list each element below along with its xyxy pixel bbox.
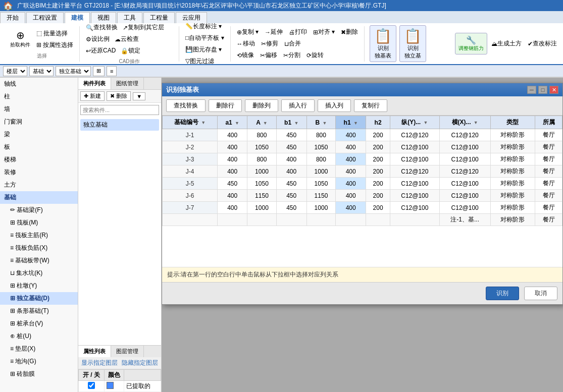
tab-tools[interactable]: 工具 — [117, 12, 142, 23]
sidebar-item-axis[interactable]: 轴线 — [0, 78, 78, 90]
dialog-btn-del-row[interactable]: 删除行 — [209, 99, 242, 112]
tree-item-isolated[interactable]: 独立基础 — [80, 119, 159, 131]
panel-more-btn[interactable]: ▼ — [133, 92, 145, 100]
btn-auto-level[interactable]: □ 自动平齐板 ▾ — [183, 33, 226, 43]
btn-prop-select[interactable]: ⊞ 按属性选择 — [34, 40, 75, 50]
btn-save-elem[interactable]: 💾 图元存盘 ▾ — [183, 44, 224, 55]
panel-delete-btn[interactable]: ✖ 删除 — [107, 91, 131, 101]
show-layer-btn[interactable]: 显示指定图层 — [81, 359, 118, 367]
save-elem-label: 图元存盘 ▾ — [193, 45, 222, 54]
sidebar-item-slab[interactable]: 板 — [0, 141, 78, 153]
data-table: 基础编号 ▼ a1 ▼ A ▼ — [162, 116, 562, 226]
tab-settings[interactable]: 工程设置 — [26, 12, 64, 23]
extend-icon: → — [265, 29, 271, 36]
hide-layer-btn[interactable]: 隐藏指定图层 — [122, 359, 158, 367]
btn-set-ratio[interactable]: ⚙ 设比例 — [84, 34, 112, 44]
dialog-btn-ins-col[interactable]: 插入列 — [318, 99, 351, 112]
sidebar-item-isolated[interactable]: ⊞ 独立基础(D) — [0, 292, 78, 305]
type-select[interactable]: 独立基础 — [56, 66, 91, 76]
sidebar-item-trench[interactable]: ≡ 地沟(G) — [0, 355, 78, 368]
btn-trim[interactable]: ✂ 修剪 — [259, 38, 280, 49]
btn-split[interactable]: ✂ 分割 — [281, 50, 302, 61]
btn-length-mark[interactable]: 📏 长度标注 ▾ — [183, 21, 224, 32]
sidebar-item-raft[interactable]: ⊞ 筏板(M) — [0, 216, 78, 229]
btn-restore-cad[interactable]: ↩ 还原CAD — [84, 45, 118, 56]
sidebar-item-wall[interactable]: 墙 — [0, 103, 78, 116]
sidebar-item-pile[interactable]: ⊕ 桩(U) — [0, 330, 78, 343]
dialog-btn-del-col[interactable]: 删除列 — [245, 99, 278, 112]
sidebar-item-pit[interactable]: ⊔ 集水坑(K) — [0, 267, 78, 279]
col-name — [124, 370, 161, 381]
btn-merge[interactable]: ⊔ 合并 — [282, 38, 303, 49]
bottom-tab-props[interactable]: 属性列表 — [78, 346, 111, 357]
sidebar-item-pile-cap[interactable]: ⊞ 桩承台(V) — [0, 317, 78, 330]
sidebar-item-col-base[interactable]: ⊞ 柱墩(Y) — [0, 279, 78, 292]
btn-check-standard[interactable]: ✔ 查改标注 — [526, 38, 559, 49]
btn-align2[interactable]: ⊞ 对齐 ▾ — [311, 27, 337, 37]
sidebar-item-door[interactable]: 门窗洞 — [0, 116, 78, 128]
sidebar-item-earth[interactable]: 土方 — [0, 179, 78, 191]
view-list-btn[interactable]: ≡ — [107, 66, 117, 76]
floor-select[interactable]: 楼层 — [3, 66, 27, 76]
search-input[interactable] — [80, 105, 159, 115]
btn-copy[interactable]: ⊕ 复制 ▾ — [235, 27, 261, 37]
layer-checkbox-extracted[interactable] — [88, 382, 95, 389]
btn-move[interactable]: ↔ 移动 — [235, 38, 257, 49]
btn-print[interactable]: 🖨 打印 — [287, 27, 309, 37]
restore-icon: ↩ — [86, 47, 91, 54]
steel-label: 调整钢筋力 — [458, 45, 484, 52]
sidebar-item-beam[interactable]: 梁 — [0, 128, 78, 141]
btn-identify-found[interactable]: 📋 识别独立基 — [399, 25, 426, 62]
confirm-btn[interactable]: 识别 — [486, 287, 519, 300]
btn-identify-table[interactable]: 📋 识别独基表 — [370, 25, 396, 62]
sidebar-item-pad[interactable]: ≡ 垫层(X) — [0, 343, 78, 355]
panel-new-btn[interactable]: ✚ 新建 — [80, 91, 105, 101]
btn-mirror[interactable]: ⟲ 镜像 — [235, 50, 256, 61]
btn-pick[interactable]: ⊕ 拾取构件 — [8, 29, 32, 49]
sidebar-item-strip[interactable]: ⊞ 条形基础(T) — [0, 305, 78, 317]
btn-find-replace[interactable]: 🔍 查找替换 — [84, 22, 120, 33]
layer-row-extracted: 已提取的 — [79, 381, 161, 392]
btn-delete[interactable]: ✖ 删除 — [339, 27, 360, 37]
dialog-close-btn[interactable]: ✕ — [549, 86, 558, 94]
btn-rotate[interactable]: ⟳ 旋转 — [304, 50, 326, 61]
btn-smart-steel[interactable]: 🔧 调整钢筋力 — [455, 33, 487, 54]
sidebar-item-finish[interactable]: 装修 — [0, 166, 78, 179]
earth-icon: ⛰ — [491, 40, 497, 47]
btn-earth[interactable]: ⛰ 生成土方 — [489, 38, 524, 49]
bottom-tab-layers[interactable]: 图层管理 — [111, 346, 144, 357]
tab-model[interactable]: 建模 — [65, 12, 90, 23]
dialog-btn-find[interactable]: 查找替换 — [166, 99, 206, 112]
sidebar-item-raft-main[interactable]: ≡ 筏板主筋(R) — [0, 229, 78, 242]
btn-cloud-check[interactable]: ☁ 云检查 — [113, 34, 141, 44]
category-select[interactable]: 基础 — [29, 66, 54, 76]
view-grid-btn[interactable]: ⊞ — [93, 66, 105, 76]
sidebar-item-beam-f[interactable]: ✏ 基础梁(F) — [0, 204, 78, 216]
sidebar-item-brick[interactable]: ⊞ 砖胎膜 — [0, 368, 78, 380]
sidebar-item-stair[interactable]: 楼梯 — [0, 153, 78, 166]
btn-copy-ref[interactable]: ↗ 复制到其它层 — [121, 22, 166, 33]
th-h2: h2 — [366, 116, 390, 129]
sidebar-item-foundation[interactable]: 基础 — [0, 191, 78, 204]
sort-arrow-id: ▼ — [201, 120, 206, 125]
tab-start[interactable]: 开始 — [0, 12, 25, 23]
dialog-btn-ins-row[interactable]: 插入行 — [281, 99, 315, 112]
dialog-minimize-btn[interactable]: ─ — [527, 86, 536, 94]
btn-extend[interactable]: → 延伸 — [263, 27, 285, 37]
sidebar-item-band[interactable]: ≡ 基础板带(W) — [0, 254, 78, 267]
cancel-btn[interactable]: 取消 — [524, 287, 557, 300]
btn-batch-select[interactable]: ⬚ 批量选择 — [34, 28, 75, 39]
tab-view[interactable]: 视图 — [91, 12, 116, 23]
btn-offset[interactable]: ✂ 偏移 — [258, 50, 279, 61]
sidebar-item-raft-neg[interactable]: ≡ 筏板负筋(X) — [0, 242, 78, 254]
btn-lock[interactable]: 🔒 锁定 — [119, 45, 142, 56]
panel-tab-drawings[interactable]: 图纸管理 — [111, 78, 144, 89]
dialog-table-container: 基础编号 ▼ a1 ▼ A ▼ — [162, 116, 562, 267]
dialog-btn-copy-row[interactable]: 复制行 — [354, 99, 387, 112]
filter-label: 图元过滤 — [190, 57, 214, 66]
sidebar-item-col[interactable]: 柱 — [0, 90, 78, 103]
dialog-restore-btn[interactable]: □ — [538, 86, 547, 94]
tab-quantity[interactable]: 工程量 — [143, 12, 175, 23]
identify-table-label: 识别独基表 — [375, 44, 391, 60]
panel-tab-components[interactable]: 构件列表 — [78, 78, 111, 89]
